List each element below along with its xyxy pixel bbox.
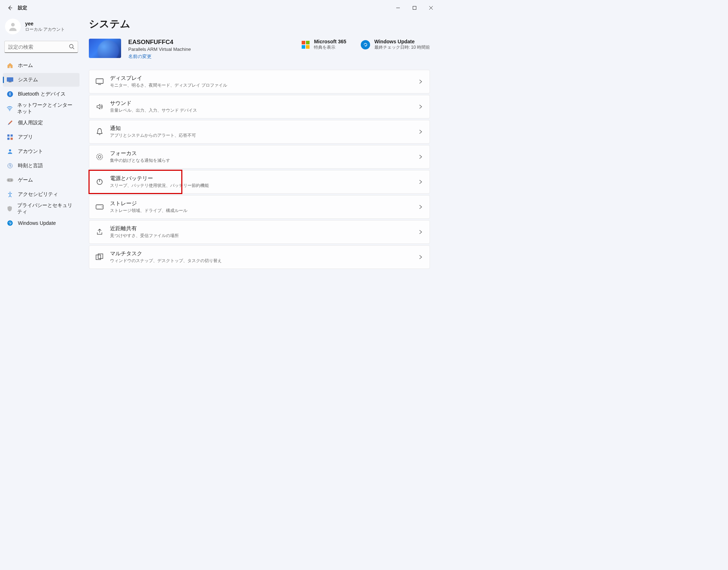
svg-rect-8 bbox=[11, 135, 13, 137]
card-display[interactable]: ディスプレイ モニター、明るさ、夜間モード、ディスプレイ プロファイル bbox=[89, 70, 430, 93]
microsoft-icon bbox=[302, 41, 310, 49]
card-storage[interactable]: ストレージ ストレージ領域、ドライブ、構成ルール bbox=[89, 195, 430, 219]
person-icon bbox=[8, 21, 18, 32]
brush-icon bbox=[6, 119, 14, 126]
nav-time[interactable]: 時刻と言語 bbox=[3, 159, 80, 173]
arrow-left-icon bbox=[7, 5, 13, 11]
minimize-button[interactable] bbox=[390, 1, 406, 15]
nav-label: 個人用設定 bbox=[18, 120, 43, 126]
card-title: マルチタスク bbox=[110, 250, 412, 257]
chevron-right-icon bbox=[418, 204, 423, 209]
svg-point-20 bbox=[98, 155, 101, 158]
nav-label: アカウント bbox=[18, 148, 43, 155]
avatar bbox=[5, 19, 21, 34]
nav-label: Windows Update bbox=[18, 220, 56, 226]
sidebar: yee ローカル アカウント ホーム システム Bluetooth とデバイス bbox=[0, 16, 82, 344]
chevron-right-icon bbox=[418, 154, 423, 159]
back-button[interactable] bbox=[6, 4, 14, 12]
card-title: フォーカス bbox=[110, 150, 412, 157]
card-title: ディスプレイ bbox=[110, 75, 412, 82]
svg-point-15 bbox=[11, 180, 12, 180]
shield-icon bbox=[6, 205, 13, 212]
tile-title: Windows Update bbox=[374, 39, 430, 44]
card-focus[interactable]: フォーカス 集中の妨げとなる通知を減らす bbox=[89, 145, 430, 169]
update-icon bbox=[6, 219, 14, 227]
search-input[interactable] bbox=[4, 41, 78, 53]
svg-point-11 bbox=[9, 149, 11, 151]
card-sub: ウィンドウのスナップ、デスクトップ、タスクの切り替え bbox=[110, 258, 412, 264]
close-button[interactable] bbox=[423, 1, 439, 15]
rename-link[interactable]: 名前の変更 bbox=[128, 53, 191, 60]
sync-icon bbox=[361, 40, 370, 49]
clock-globe-icon bbox=[6, 162, 14, 169]
nav-system[interactable]: システム bbox=[3, 73, 80, 87]
nav-network[interactable]: ネットワークとインターネット bbox=[3, 102, 80, 115]
svg-rect-7 bbox=[8, 135, 10, 137]
ms365-tile[interactable]: Microsoft 365 特典を表示 bbox=[302, 39, 346, 50]
maximize-button[interactable] bbox=[406, 1, 423, 15]
nav-bluetooth[interactable]: Bluetooth とデバイス bbox=[3, 87, 80, 101]
svg-point-14 bbox=[8, 180, 9, 180]
titlebar: 設定 bbox=[0, 0, 441, 16]
card-title: ストレージ bbox=[110, 200, 412, 207]
nav-home[interactable]: ホーム bbox=[3, 59, 80, 72]
device-thumbnail[interactable] bbox=[89, 39, 121, 58]
bell-icon bbox=[96, 128, 104, 136]
card-sub: アプリとシステムからのアラート、応答不可 bbox=[110, 132, 412, 139]
wifi-icon bbox=[6, 105, 13, 112]
chevron-right-icon bbox=[418, 104, 423, 109]
card-power[interactable]: 電源とバッテリー スリープ、バッテリ使用状況、バッテリー節約機能 bbox=[89, 170, 430, 194]
nav-update[interactable]: Windows Update bbox=[3, 216, 80, 230]
app-title: 設定 bbox=[18, 5, 27, 11]
settings-cards: ディスプレイ モニター、明るさ、夜間モード、ディスプレイ プロファイル サウンド… bbox=[89, 70, 430, 269]
home-icon bbox=[6, 62, 14, 69]
share-icon bbox=[96, 228, 104, 236]
card-sound[interactable]: サウンド 音量レベル、出力、入力、サウンド デバイス bbox=[89, 95, 430, 119]
card-sub: スリープ、バッテリ使用状況、バッテリー節約機能 bbox=[110, 183, 412, 189]
display-icon bbox=[96, 78, 104, 86]
device-name: EASONFUFFC4 bbox=[128, 39, 191, 46]
card-multitask[interactable]: マルチタスク ウィンドウのスナップ、デスクトップ、タスクの切り替え bbox=[89, 245, 430, 269]
card-sub: 音量レベル、出力、入力、サウンド デバイス bbox=[110, 107, 412, 113]
chevron-right-icon bbox=[418, 230, 423, 235]
sound-icon bbox=[96, 103, 104, 111]
nav-apps[interactable]: アプリ bbox=[3, 130, 80, 144]
page-title: システム bbox=[89, 17, 430, 31]
card-title: 通知 bbox=[110, 125, 412, 132]
device-model: Parallels ARM Virtual Machine bbox=[128, 47, 191, 52]
maximize-icon bbox=[412, 6, 417, 10]
nav-label: 時刻と言語 bbox=[18, 163, 43, 169]
nav-privacy[interactable]: プライバシーとセキュリティ bbox=[3, 202, 80, 216]
card-sub: 見つけやすさ、受信ファイルの場所 bbox=[110, 233, 412, 239]
nav-label: システム bbox=[18, 77, 38, 83]
nav-accounts[interactable]: アカウント bbox=[3, 145, 80, 158]
tile-sub: 特典を表示 bbox=[314, 44, 346, 50]
multitask-icon bbox=[96, 253, 104, 261]
nav-label: ホーム bbox=[18, 62, 33, 69]
card-title: 近距離共有 bbox=[110, 225, 412, 232]
card-nearby[interactable]: 近距離共有 見つけやすさ、受信ファイルの場所 bbox=[89, 220, 430, 244]
user-sub: ローカル アカウント bbox=[25, 26, 65, 33]
storage-icon bbox=[96, 203, 104, 211]
bluetooth-icon bbox=[6, 91, 14, 98]
svg-point-16 bbox=[10, 192, 11, 193]
nav-personalization[interactable]: 個人用設定 bbox=[3, 116, 80, 130]
svg-rect-4 bbox=[9, 82, 11, 82]
svg-rect-3 bbox=[7, 77, 13, 82]
user-name: yee bbox=[25, 21, 65, 26]
focus-icon bbox=[96, 153, 104, 161]
windows-update-tile[interactable]: Windows Update 最終チェック日時: 10 時間前 bbox=[361, 39, 430, 50]
search-box bbox=[4, 41, 78, 53]
power-icon bbox=[96, 178, 104, 186]
svg-point-6 bbox=[9, 110, 10, 111]
apps-icon bbox=[6, 134, 14, 141]
user-block[interactable]: yee ローカル アカウント bbox=[3, 17, 80, 40]
card-notifications[interactable]: 通知 アプリとシステムからのアラート、応答不可 bbox=[89, 120, 430, 144]
nav-gaming[interactable]: ゲーム bbox=[3, 173, 80, 187]
nav-label: ネットワークとインターネット bbox=[17, 102, 76, 115]
nav-label: プライバシーとセキュリティ bbox=[17, 202, 76, 215]
close-icon bbox=[429, 6, 433, 10]
chevron-right-icon bbox=[418, 129, 423, 134]
card-sub: 集中の妨げとなる通知を減らす bbox=[110, 158, 412, 164]
nav-accessibility[interactable]: アクセシビリティ bbox=[3, 188, 80, 201]
